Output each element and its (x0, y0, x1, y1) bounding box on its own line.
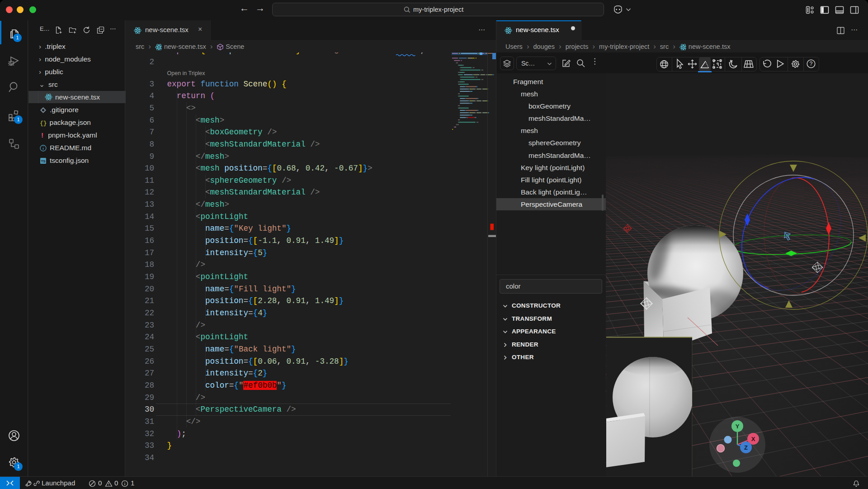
svg-text:X: X (751, 436, 755, 442)
svg-text:?: ? (810, 61, 813, 67)
svg-text:Z: Z (744, 444, 748, 451)
svg-text:Y: Y (736, 423, 740, 430)
svg-text:TS: TS (41, 159, 46, 163)
